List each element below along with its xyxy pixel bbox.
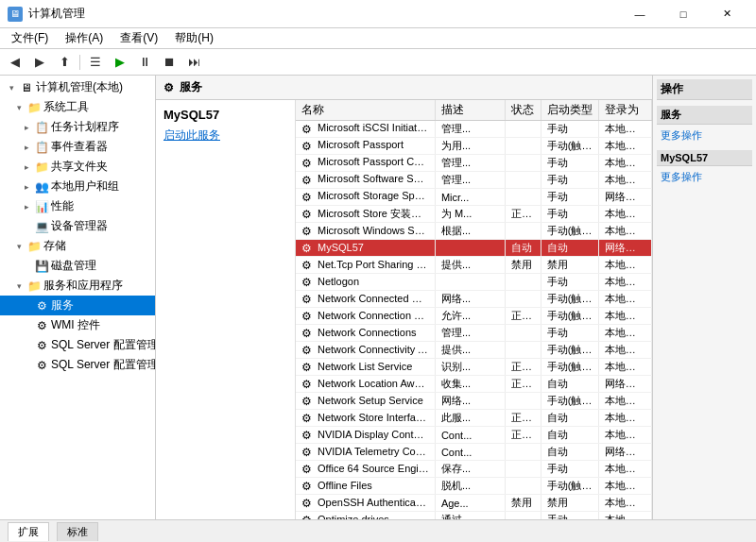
tree-item-icon: 📁 bbox=[26, 101, 42, 114]
tree-item-task-scheduler[interactable]: ▸📋任务计划程序 bbox=[0, 117, 155, 137]
table-row[interactable]: ⚙MySQL57自动自动网络服务 bbox=[296, 240, 652, 257]
service-name: ⚙Network Location Awarene... bbox=[296, 376, 435, 393]
table-row[interactable]: ⚙Network Connections管理...手动本地系统 bbox=[296, 325, 652, 342]
tree-item-system-tools[interactable]: ▾📁系统工具 bbox=[0, 97, 155, 117]
table-row[interactable]: ⚙Network List Service识别...正在...手动(触发...本… bbox=[296, 359, 652, 376]
table-row[interactable]: ⚙Microsoft Passport为用...手动(触发...本地系统 bbox=[296, 138, 652, 155]
restart-button[interactable]: ⏭ bbox=[182, 52, 205, 73]
service-starttype: 手动(触发... bbox=[541, 223, 598, 240]
table-row[interactable]: ⚙Network Connectivity Assi...提供...手动(触发.… bbox=[296, 342, 652, 359]
tab-expand[interactable]: 扩展 bbox=[8, 522, 49, 541]
tree-item-label: 设备管理器 bbox=[51, 218, 108, 234]
tree-item-services[interactable]: ⚙服务 bbox=[0, 296, 155, 315]
tree-expand-icon: ▾ bbox=[11, 103, 26, 112]
service-starttype: 自动 bbox=[541, 376, 598, 393]
tree-item-icon: 📁 bbox=[26, 279, 42, 293]
services-header-icon: ⚙ bbox=[163, 81, 174, 94]
start-service-link[interactable]: 启动此服务 bbox=[163, 127, 287, 144]
tab-standard[interactable]: 标准 bbox=[57, 522, 98, 541]
tree-item-sql-config2[interactable]: ⚙SQL Server 配置管理器 bbox=[0, 355, 155, 375]
service-name: ⚙Microsoft Passport Container bbox=[296, 155, 435, 172]
table-row[interactable]: ⚙OpenSSH Authentication ...Age...禁用禁用本地系… bbox=[296, 495, 652, 512]
tree-item-icon: 📁 bbox=[26, 240, 42, 253]
table-row[interactable]: ⚙NVIDIA Telemetry ContainerCont...自动网络服务 bbox=[296, 444, 652, 461]
stop-button[interactable]: ⏹ bbox=[158, 52, 180, 73]
tree-item-disk-mgmt[interactable]: 💾磁盘管理 bbox=[0, 256, 155, 276]
menu-item[interactable]: 文件(F) bbox=[4, 28, 56, 48]
play-button[interactable]: ▶ bbox=[109, 52, 131, 73]
service-name: ⚙Net.Tcp Port Sharing Service bbox=[296, 257, 435, 274]
service-starttype: 手动(触发... bbox=[541, 291, 598, 308]
service-starttype: 手动 bbox=[541, 325, 598, 342]
toolbar: ◀ ▶ ⬆ ☰ ▶ ⏸ ⏹ ⏭ bbox=[0, 49, 756, 76]
menu-item[interactable]: 查看(V) bbox=[112, 28, 165, 48]
table-row[interactable]: ⚙Offline Files脱机...手动(触发...本地系统 bbox=[296, 478, 652, 495]
tree-item-local-users[interactable]: ▸👥本地用户和组 bbox=[0, 177, 155, 196]
minimize-button[interactable]: — bbox=[618, 0, 662, 28]
table-row[interactable]: ⚙Office 64 Source Engine保存...手动本地系统 bbox=[296, 461, 652, 478]
pause-button[interactable]: ⏸ bbox=[133, 52, 156, 73]
service-status bbox=[506, 393, 541, 410]
service-status: 正在... bbox=[506, 427, 541, 444]
menu-item[interactable]: 操作(A) bbox=[58, 28, 111, 48]
service-loginas: 本地系统 bbox=[598, 342, 651, 359]
up-button[interactable]: ⬆ bbox=[53, 52, 76, 73]
col-header-loginas[interactable]: 登录为 bbox=[598, 100, 651, 121]
tree-item-wmi[interactable]: ⚙WMI 控件 bbox=[0, 315, 155, 335]
table-row[interactable]: ⚙Microsoft Windows SMS 路...根据...手动(触发...… bbox=[296, 223, 652, 240]
tree-item-shared-folders[interactable]: ▸📁共享文件夹 bbox=[0, 157, 155, 177]
service-loginas: 网络服务 bbox=[598, 376, 651, 393]
table-row[interactable]: ⚙Net.Tcp Port Sharing Service提供...禁用禁用本地… bbox=[296, 257, 652, 274]
close-button[interactable]: ✕ bbox=[705, 0, 748, 28]
services-list-panel[interactable]: 名称 描述 状态 启动类型 登录为 ⚙Microsoft iSCSI Initi… bbox=[296, 100, 652, 519]
table-row[interactable]: ⚙Optimize drives通过...手动本地系统 bbox=[296, 512, 652, 519]
service-desc: Age... bbox=[435, 495, 505, 512]
service-starttype: 手动(触发... bbox=[541, 308, 598, 325]
mysql-more-actions-btn[interactable]: 更多操作 bbox=[657, 168, 752, 186]
service-name: ⚙MySQL57 bbox=[296, 240, 435, 257]
show-hide-button[interactable]: ☰ bbox=[84, 52, 107, 73]
service-status bbox=[506, 138, 541, 155]
service-desc: 允许... bbox=[435, 308, 505, 325]
tree-item-sql-config1[interactable]: ⚙SQL Server 配置管理器 bbox=[0, 335, 155, 355]
service-status bbox=[506, 342, 541, 359]
table-row[interactable]: ⚙Network Setup Service网络...手动(触发...本地系统 bbox=[296, 393, 652, 410]
tree-item-icon: 🖥 bbox=[19, 81, 34, 94]
service-starttype: 手动(触发... bbox=[541, 359, 598, 376]
forward-button[interactable]: ▶ bbox=[28, 52, 51, 73]
maximize-button[interactable]: □ bbox=[662, 0, 705, 28]
service-loginas: 本地服务 bbox=[598, 359, 651, 376]
table-row[interactable]: ⚙Network Connected Devic...网络...手动(触发...… bbox=[296, 291, 652, 308]
back-button[interactable]: ◀ bbox=[4, 52, 26, 73]
table-row[interactable]: ⚙Network Connection Broker允许...正在...手动(触… bbox=[296, 308, 652, 325]
col-header-desc[interactable]: 描述 bbox=[435, 100, 505, 121]
tree-expand-icon: ▾ bbox=[11, 242, 26, 251]
table-row[interactable]: ⚙Microsoft Software Shado...管理...手动本地系统 bbox=[296, 172, 652, 189]
tree-item-label: WMI 控件 bbox=[51, 317, 100, 333]
service-name: ⚙Microsoft Passport bbox=[296, 138, 435, 155]
service-desc: 为用... bbox=[435, 138, 505, 155]
service-status bbox=[506, 172, 541, 189]
tree-item-performance[interactable]: ▸📊性能 bbox=[0, 196, 155, 216]
tree-item-device-manager[interactable]: 💻设备管理器 bbox=[0, 216, 155, 236]
menu-item[interactable]: 帮助(H) bbox=[167, 28, 221, 48]
table-row[interactable]: ⚙NVIDIA Display Container LSCont...正在...… bbox=[296, 427, 652, 444]
table-row[interactable]: ⚙Microsoft Passport Container管理...手动本地服务 bbox=[296, 155, 652, 172]
table-row[interactable]: ⚙Network Store Interface Se...此服...正在...… bbox=[296, 410, 652, 427]
table-row[interactable]: ⚙Microsoft iSCSI Initiator Ser...管理...手动… bbox=[296, 121, 652, 138]
tree-item-services-apps[interactable]: ▾📁服务和应用程序 bbox=[0, 276, 155, 296]
table-row[interactable]: ⚙Microsoft Store 安装服务为 M...正在...手动本地系统 bbox=[296, 206, 652, 223]
tree-item-event-viewer[interactable]: ▸📋事件查看器 bbox=[0, 137, 155, 157]
tree-item-root[interactable]: ▾🖥计算机管理(本地) bbox=[0, 77, 155, 97]
col-header-status[interactable]: 状态 bbox=[506, 100, 541, 121]
col-header-starttype[interactable]: 启动类型 bbox=[541, 100, 598, 121]
tree-item-icon: ⚙ bbox=[34, 359, 49, 372]
services-more-actions-btn[interactable]: 更多操作 bbox=[657, 127, 752, 144]
service-loginas: 本地系统 bbox=[598, 325, 651, 342]
table-row[interactable]: ⚙Netlogon手动本地系统 bbox=[296, 274, 652, 291]
tree-item-storage[interactable]: ▾📁存储 bbox=[0, 236, 155, 256]
table-row[interactable]: ⚙Network Location Awarene...收集...正在...自动… bbox=[296, 376, 652, 393]
table-row[interactable]: ⚙Microsoft Storage Spaces S...Micr...手动网… bbox=[296, 189, 652, 206]
col-header-name[interactable]: 名称 bbox=[296, 100, 435, 121]
tree-item-label: SQL Server 配置管理器 bbox=[51, 357, 156, 373]
